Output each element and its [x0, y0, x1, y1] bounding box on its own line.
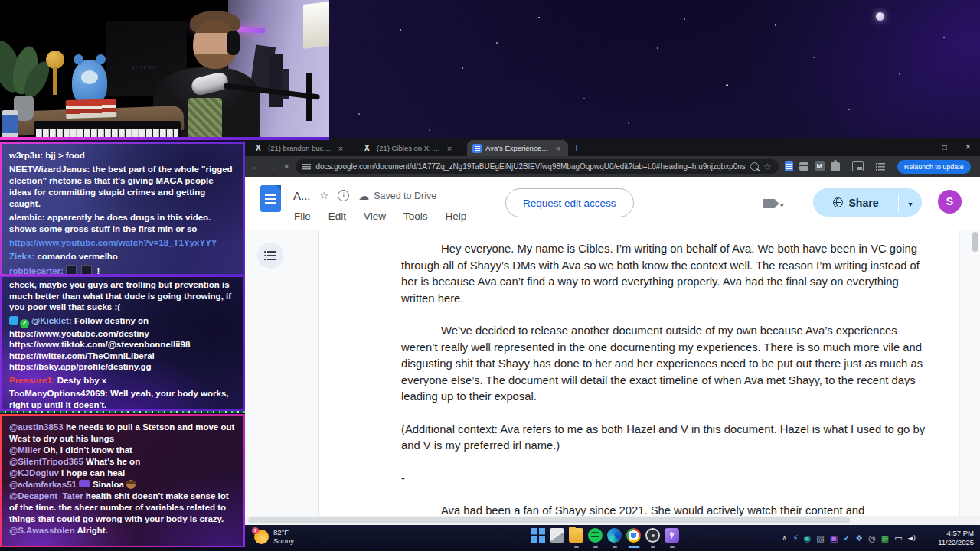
docs-canvas: Hey everyone. My name is Cibles. I’m wri…: [245, 230, 980, 516]
close-button[interactable]: [956, 138, 980, 156]
chat-username: w3rp3u:: [9, 151, 43, 160]
minimize-button[interactable]: [909, 138, 933, 156]
saved-cloud-icon[interactable]: [358, 190, 369, 202]
wallpaper-engine-tray-icon[interactable]: ◉: [804, 534, 812, 543]
browser-menu-kebab-icon[interactable]: [977, 160, 980, 174]
cowboy-emoji: [126, 480, 136, 489]
info-icon[interactable]: [338, 190, 349, 201]
bolt-tray-icon[interactable]: ⚡: [792, 534, 799, 543]
tab-brandon-buckingham[interactable]: (21) brandon buckingham on: [250, 140, 351, 156]
horizontal-scrollbar[interactable]: [245, 516, 980, 525]
new-tab-button[interactable]: [568, 140, 585, 156]
tab-close-icon[interactable]: [336, 144, 345, 153]
vertical-scrollbar-thumb[interactable]: [972, 232, 978, 252]
chat-username: @Kicklet:: [31, 316, 72, 325]
weather-widget[interactable]: 82°F Sunny: [254, 528, 294, 545]
chat-message: @MIller Oh, I didn't know that: [9, 445, 236, 456]
tab-cibles-on-x[interactable]: (21) Cibles on X: "CW // Sexual": [358, 140, 459, 156]
archive-extension-icon[interactable]: [799, 162, 808, 171]
menu-item[interactable]: Edit: [328, 210, 346, 222]
m-extension-icon[interactable]: [815, 161, 825, 171]
extensions-puzzle-icon[interactable]: [831, 162, 840, 171]
site-settings-icon[interactable]: [302, 163, 311, 170]
book-stack: [66, 99, 117, 119]
taskbar-clock[interactable]: 4:57 PM 11/22/2025: [938, 529, 974, 547]
docs-menubar: FileEditViewToolsHelp: [294, 210, 466, 222]
relaunch-to-update-button[interactable]: Relaunch to update: [897, 160, 971, 174]
fan-control-icon[interactable]: [645, 528, 660, 543]
moon: [876, 12, 884, 21]
url-text[interactable]: docs.google.com/document/d/1A77Zq_zNg19T…: [315, 162, 745, 171]
share-button[interactable]: Share: [813, 188, 922, 217]
purple-app-tray-icon[interactable]: ▣: [830, 534, 838, 543]
energy-drink-can: [2, 110, 18, 140]
spotify-icon[interactable]: [588, 528, 603, 543]
chat-message: NEETWizardJanus: the best part of the wh…: [9, 164, 236, 210]
doc-paragraph: We’ve decided to release another documen…: [401, 323, 929, 406]
chat-link-list[interactable]: https://www.youtube.com/destiny https://…: [9, 328, 236, 373]
chat-username: @Decapent_Tater: [9, 491, 83, 500]
clock-date: 11/22/2025: [938, 538, 974, 547]
chat-message: @S.Awasstolen Alright.: [9, 525, 236, 536]
streamer-shirt: [188, 98, 222, 140]
zoom-icon[interactable]: [750, 162, 759, 171]
menu-item[interactable]: Tools: [403, 210, 428, 222]
star: [943, 37, 945, 38]
chrome-window: (21) brandon buckingham on (21) Cibles o…: [245, 138, 980, 525]
security-shield-tray-icon[interactable]: ❖: [855, 534, 863, 543]
chat-text: !: [97, 266, 100, 276]
file-explorer-icon[interactable]: [569, 528, 583, 543]
document-outline-button[interactable]: [257, 243, 283, 269]
antivirus-check-tray-icon[interactable]: ✔: [843, 534, 850, 543]
taskview-button[interactable]: [550, 528, 564, 543]
stop-loading-icon[interactable]: ✕: [283, 163, 289, 171]
chat-emote: [81, 265, 92, 276]
chat-link[interactable]: https://www.youtube.com/watch?v=18_T1Yyx…: [9, 238, 217, 247]
account-avatar[interactable]: S: [938, 190, 962, 214]
chrome-icon[interactable]: [626, 528, 641, 543]
tray-expand-chevron-icon[interactable]: ∧: [782, 535, 787, 542]
docs-extension-icon[interactable]: [785, 161, 793, 171]
reading-list-icon[interactable]: [876, 163, 885, 171]
chat-text: I hope can heal: [61, 468, 125, 478]
document-page[interactable]: Hey everyone. My name is Cibles. I’m wri…: [318, 230, 960, 516]
chat-username: @KJDogluv: [9, 468, 59, 478]
doc-title-row: A... ☆ Saved to Drive: [293, 189, 436, 202]
volume-tray-icon[interactable]: ◄): [908, 535, 916, 542]
bookmark-star-icon[interactable]: [763, 161, 772, 172]
gold-trophy: [44, 51, 66, 99]
google-docs-icon[interactable]: [260, 185, 281, 212]
menu-item[interactable]: Help: [446, 210, 467, 222]
join-call-control[interactable]: [763, 197, 784, 210]
tab-title: (21) Cibles on X: "CW // Sexual": [377, 144, 441, 152]
maximize-button[interactable]: [933, 138, 956, 156]
display-tray-icon[interactable]: ▭: [894, 534, 902, 543]
muted-app-tray-icon[interactable]: ▨: [816, 534, 824, 543]
chat-username: @MIller: [9, 445, 41, 455]
monitor-logo: SYNERGY: [106, 65, 187, 70]
chat-message: alembic: apparently he does drugs in thi…: [9, 212, 236, 235]
menu-item[interactable]: View: [364, 210, 386, 222]
request-edit-access-button[interactable]: Request edit access: [505, 188, 634, 217]
menu-item[interactable]: File: [294, 210, 311, 222]
doc-title[interactable]: A...: [293, 189, 311, 202]
chat-message: check, maybe you guys are trolling but p…: [9, 279, 236, 313]
share-dropdown-icon[interactable]: [899, 196, 922, 210]
tab-avas-experiences[interactable]: Ava's Experiences With Shayy: [467, 140, 568, 156]
medal-app-icon[interactable]: [665, 528, 679, 543]
tab-close-icon[interactable]: [554, 144, 563, 153]
star: [726, 84, 728, 86]
green-app-tray-icon[interactable]: ▦: [881, 534, 889, 543]
address-bar[interactable]: docs.google.com/document/d/1A77Zq_zNg19T…: [296, 159, 778, 174]
tab-close-icon[interactable]: [445, 144, 454, 153]
star: [496, 42, 498, 44]
back-icon[interactable]: ←: [251, 161, 261, 171]
start-button[interactable]: [531, 528, 545, 543]
document-text[interactable]: Hey everyone. My name is Cibles. I’m wri…: [401, 241, 929, 516]
star-doc-icon[interactable]: ☆: [320, 191, 329, 201]
edge-icon[interactable]: [607, 528, 622, 543]
forward-icon[interactable]: →: [267, 161, 277, 171]
horizontal-scrollbar-thumb[interactable]: [248, 517, 850, 523]
fan-tray-icon[interactable]: ◎: [868, 534, 876, 543]
screenshot-extension-icon[interactable]: [852, 161, 864, 171]
